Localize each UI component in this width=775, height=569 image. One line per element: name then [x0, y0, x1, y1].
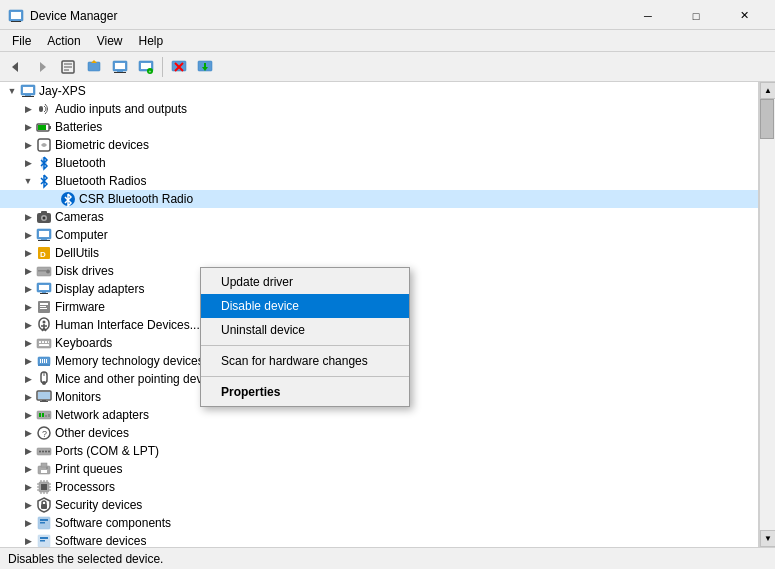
scroll-up-button[interactable]: ▲ — [760, 82, 775, 99]
keyboards-expand-icon[interactable]: ▶ — [20, 335, 36, 351]
computer-button[interactable] — [108, 55, 132, 79]
mice-icon — [36, 371, 52, 387]
minimize-button[interactable]: ─ — [625, 6, 671, 26]
biometric-expand-icon[interactable]: ▶ — [20, 137, 36, 153]
tree-item-ports[interactable]: ▶ Ports (COM & LPT) — [0, 442, 758, 460]
svg-rect-44 — [38, 240, 50, 241]
svg-rect-80 — [38, 392, 50, 399]
window-title: Device Manager — [30, 9, 117, 23]
scan-button[interactable]: + — [134, 55, 158, 79]
svg-rect-119 — [40, 537, 48, 539]
memory-expand-icon[interactable]: ▶ — [20, 353, 36, 369]
disk-drives-expand-icon[interactable]: ▶ — [20, 263, 36, 279]
keyboards-label: Keyboards — [55, 336, 112, 350]
processors-expand-icon[interactable]: ▶ — [20, 479, 36, 495]
software-devices-expand-icon[interactable]: ▶ — [20, 533, 36, 547]
tree-item-computer[interactable]: ▶ Computer — [0, 226, 758, 244]
svg-rect-1 — [11, 12, 21, 19]
print-queues-expand-icon[interactable]: ▶ — [20, 461, 36, 477]
title-bar-controls[interactable]: ─ □ ✕ — [625, 6, 767, 26]
hid-label: Human Interface Devices... — [55, 318, 200, 332]
svg-rect-3 — [11, 21, 21, 22]
svg-rect-55 — [40, 303, 48, 305]
close-button[interactable]: ✕ — [721, 6, 767, 26]
monitors-icon — [36, 389, 52, 405]
ctx-uninstall-device[interactable]: Uninstall device — [201, 318, 409, 342]
svg-point-91 — [39, 451, 41, 453]
bluetooth-expand-icon[interactable]: ▶ — [20, 155, 36, 171]
tree-item-csr[interactable]: ▶ CSR Bluetooth Radio — [0, 190, 758, 208]
title-bar-left: Device Manager — [8, 8, 117, 24]
processors-icon — [36, 479, 52, 495]
scrollbar[interactable]: ▲ ▼ — [759, 82, 775, 547]
forward-button[interactable] — [30, 55, 54, 79]
ports-expand-icon[interactable]: ▶ — [20, 443, 36, 459]
computer-expand-icon[interactable]: ▶ — [20, 227, 36, 243]
tree-item-audio[interactable]: ▶ Audio inputs and outputs — [0, 100, 758, 118]
tree-item-processors[interactable]: ▶ Proces — [0, 478, 758, 496]
tree-item-other[interactable]: ▶ ? Other devices — [0, 424, 758, 442]
bluetooth-icon — [36, 155, 52, 171]
scroll-thumb[interactable] — [760, 99, 774, 139]
audio-expand-icon[interactable]: ▶ — [20, 101, 36, 117]
tree-item-cameras[interactable]: ▶ Cameras — [0, 208, 758, 226]
update-driver-button[interactable] — [82, 55, 106, 79]
forward-icon — [34, 59, 50, 75]
print-queues-label: Print queues — [55, 462, 122, 476]
audio-label: Audio inputs and outputs — [55, 102, 187, 116]
bluetooth-radios-expand-icon[interactable]: ▼ — [20, 173, 36, 189]
tree-item-software-components[interactable]: ▶ Software components — [0, 514, 758, 532]
display-label: Display adapters — [55, 282, 144, 296]
tree-item-network[interactable]: ▶ Network adapters — [0, 406, 758, 424]
update-driver-icon — [86, 59, 102, 75]
tree-item-batteries[interactable]: ▶ Batteries — [0, 118, 758, 136]
network-expand-icon[interactable]: ▶ — [20, 407, 36, 423]
properties-button[interactable] — [56, 55, 80, 79]
menu-action[interactable]: Action — [39, 32, 88, 49]
ctx-properties[interactable]: Properties — [201, 380, 409, 404]
tree-item-bluetooth-radios[interactable]: ▼ Bluetooth Radios — [0, 172, 758, 190]
svg-text:+: + — [149, 68, 152, 74]
svg-rect-73 — [44, 359, 45, 363]
tree-item-biometric[interactable]: ▶ Biometric devices — [0, 136, 758, 154]
security-expand-icon[interactable]: ▶ — [20, 497, 36, 513]
svg-rect-40 — [41, 211, 47, 214]
svg-rect-86 — [45, 415, 47, 417]
svg-point-78 — [42, 381, 46, 385]
remove-icon — [171, 59, 187, 75]
remove-button[interactable] — [167, 55, 191, 79]
properties-icon — [60, 59, 76, 75]
menu-help[interactable]: Help — [131, 32, 172, 49]
cameras-expand-icon[interactable]: ▶ — [20, 209, 36, 225]
display-expand-icon[interactable]: ▶ — [20, 281, 36, 297]
download-button[interactable] — [193, 55, 217, 79]
tree-item-software-devices[interactable]: ▶ Software devices — [0, 532, 758, 547]
scroll-down-button[interactable]: ▼ — [760, 530, 775, 547]
firmware-expand-icon[interactable]: ▶ — [20, 299, 36, 315]
mice-expand-icon[interactable]: ▶ — [20, 371, 36, 387]
batteries-expand-icon[interactable]: ▶ — [20, 119, 36, 135]
dellutils-expand-icon[interactable]: ▶ — [20, 245, 36, 261]
tree-item-dellutils[interactable]: ▶ D DellUtils — [0, 244, 758, 262]
root-expand-icon[interactable]: ▼ — [4, 83, 20, 99]
tree-item-security[interactable]: ▶ Security devices — [0, 496, 758, 514]
svg-rect-96 — [41, 463, 47, 467]
maximize-button[interactable]: □ — [673, 6, 719, 26]
other-expand-icon[interactable]: ▶ — [20, 425, 36, 441]
back-button[interactable] — [4, 55, 28, 79]
menu-view[interactable]: View — [89, 32, 131, 49]
tree-root[interactable]: ▼ Jay-XPS — [0, 82, 758, 100]
tree-item-bluetooth[interactable]: ▶ Bluetooth — [0, 154, 758, 172]
menu-file[interactable]: File — [4, 32, 39, 49]
hid-expand-icon[interactable]: ▶ — [20, 317, 36, 333]
computer-icon — [112, 59, 128, 75]
software-components-expand-icon[interactable]: ▶ — [20, 515, 36, 531]
ctx-scan[interactable]: Scan for hardware changes — [201, 349, 409, 373]
monitors-expand-icon[interactable]: ▶ — [20, 389, 36, 405]
ctx-update-driver[interactable]: Update driver — [201, 270, 409, 294]
tree-panel[interactable]: ▼ Jay-XPS ▶ Audio inputs — [0, 82, 759, 547]
tree-item-print-queues[interactable]: ▶ Print queues — [0, 460, 758, 478]
audio-icon — [36, 101, 52, 117]
ctx-disable-device[interactable]: Disable device — [201, 294, 409, 318]
print-queues-icon — [36, 461, 52, 477]
